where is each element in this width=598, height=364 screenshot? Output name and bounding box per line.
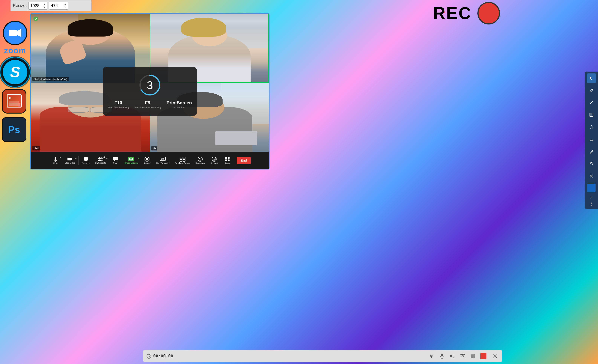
undo-icon	[589, 162, 593, 166]
pen-icon	[589, 150, 593, 154]
chat-button[interactable]: Chat	[108, 155, 122, 166]
share-screen-bg	[128, 157, 134, 161]
key-f10-name: F10	[114, 100, 122, 105]
tool-count: 5	[591, 195, 592, 199]
width-arrows[interactable]: ▲▼	[43, 3, 46, 9]
breakout-rooms-icon	[180, 157, 185, 162]
rec-screenshot-btn[interactable]	[459, 352, 466, 360]
svg-point-27	[198, 157, 202, 161]
chat-icon	[113, 157, 118, 162]
resize-width-input[interactable]: 1028 ▲▼	[28, 2, 47, 10]
lasso-icon	[589, 125, 593, 129]
powerpoint-app-icon[interactable]: P	[2, 89, 26, 113]
stop-video-arrow[interactable]: ▲	[75, 157, 77, 159]
share-screen-button[interactable]: ▲ Share Screen	[122, 155, 140, 166]
end-button[interactable]: End	[237, 157, 251, 164]
security-icon	[83, 156, 88, 162]
cursor-icon	[589, 76, 593, 80]
key-f9-name: F9	[145, 100, 150, 105]
svg-marker-8	[71, 158, 72, 161]
pencil-icon	[589, 88, 593, 92]
close-icon	[590, 174, 593, 178]
svg-point-45	[590, 153, 591, 154]
svg-text:CC: CC	[161, 158, 164, 160]
key-f10: F10 Start/Stop Recording	[108, 100, 129, 109]
apps-icon	[225, 156, 230, 162]
svg-rect-56	[441, 354, 443, 356]
skype-app-icon[interactable]: S	[2, 59, 28, 85]
reactions-button[interactable]: Reactions	[193, 155, 208, 166]
participant-label-top-left: Neil McAllister (he/him/his)	[32, 77, 69, 81]
support-label: Support	[210, 162, 218, 164]
close-tool[interactable]	[587, 171, 596, 181]
scroll-indicator[interactable]: ▲▼	[590, 202, 592, 207]
svg-rect-26	[183, 160, 185, 161]
apps-button[interactable]: Apps	[221, 155, 234, 166]
live-transcript-button[interactable]: CC Live Transcript	[154, 155, 173, 166]
rec-volume-btn[interactable]	[448, 352, 456, 360]
timer-icon	[146, 353, 152, 359]
zoom-text: zoom	[4, 46, 26, 55]
height-arrows[interactable]: ▲▼	[64, 3, 66, 9]
right-toolbar: 5 ▲▼	[585, 72, 598, 209]
eraser-icon	[589, 137, 593, 141]
key-printscreen-desc: ScreenShot	[173, 106, 185, 109]
svg-point-20	[146, 158, 148, 161]
cursor-tool[interactable]	[587, 73, 596, 83]
svg-rect-25	[180, 160, 182, 161]
stop-video-button[interactable]: ▲ Stop Video	[62, 155, 78, 166]
stop-video-icon	[67, 157, 73, 161]
svg-point-61	[462, 355, 464, 357]
support-button[interactable]: Support	[208, 155, 221, 166]
key-f9: F9 Pause/Resume Recording	[134, 100, 161, 109]
rec-camera-btn[interactable]	[428, 352, 435, 360]
line-tool[interactable]	[587, 98, 596, 107]
live-transcript-label: Live Transcript	[156, 162, 170, 164]
svg-rect-63	[473, 354, 475, 358]
recording-bar: 00:00:00	[143, 350, 502, 362]
participants-label: Participants	[95, 162, 106, 164]
rec-circle	[477, 2, 500, 24]
photoshop-app-icon[interactable]: Ps	[2, 117, 26, 142]
eraser-tool[interactable]	[587, 135, 596, 144]
participants-badge: 4	[103, 156, 105, 159]
pen-tool[interactable]	[587, 147, 596, 156]
resize-bar[interactable]: Resize: 1028 ▲▼ 474 ▲▼	[10, 0, 91, 11]
lasso-tool[interactable]	[587, 122, 596, 132]
mute-arrow[interactable]: ▲	[59, 156, 61, 159]
svg-line-38	[590, 101, 593, 104]
security-button[interactable]: Security	[79, 155, 92, 166]
pencil-tool[interactable]	[587, 86, 596, 95]
svg-marker-12	[113, 160, 115, 161]
zoom-app-icon[interactable]: zoom	[2, 21, 28, 55]
rec-mic-icon	[440, 354, 444, 359]
record-button[interactable]: Record	[141, 155, 154, 166]
skype-s-letter: S	[10, 64, 20, 81]
zoom-camera-icon	[8, 28, 22, 38]
svg-marker-46	[590, 163, 591, 164]
recording-timer: 00:00:00	[146, 353, 173, 359]
breakout-rooms-button[interactable]: Breakout Rooms	[172, 155, 193, 166]
rec-mic-btn[interactable]	[438, 352, 446, 360]
rec-camera-icon	[429, 354, 434, 359]
svg-line-51	[149, 356, 150, 357]
participants-arrow[interactable]: ▲	[106, 157, 108, 159]
mute-button[interactable]: ▲ Mute	[49, 155, 62, 166]
svg-marker-1	[17, 29, 21, 37]
rec-close-btn[interactable]	[491, 352, 499, 360]
rec-pause-icon	[471, 354, 475, 358]
color-tool[interactable]	[587, 184, 596, 192]
svg-rect-4	[55, 157, 56, 160]
rec-pause-btn[interactable]	[469, 352, 477, 360]
chat-label: Chat	[113, 162, 117, 164]
share-screen-arrow[interactable]: ▲	[138, 157, 140, 159]
resize-height-input[interactable]: 474 ▲▼	[49, 2, 68, 10]
participants-button[interactable]: 4 ▲ Participants	[92, 155, 108, 166]
undo-tool[interactable]	[587, 159, 596, 169]
svg-marker-59	[450, 354, 452, 358]
rec-stop-btn[interactable]	[480, 352, 487, 360]
rec-stop-square	[480, 353, 486, 359]
rec-text: REC	[433, 4, 472, 23]
countdown-overlay: 3 F10 Start/Stop Recording F9 Pause/Resu…	[103, 67, 197, 116]
shape-tool[interactable]	[587, 110, 596, 120]
